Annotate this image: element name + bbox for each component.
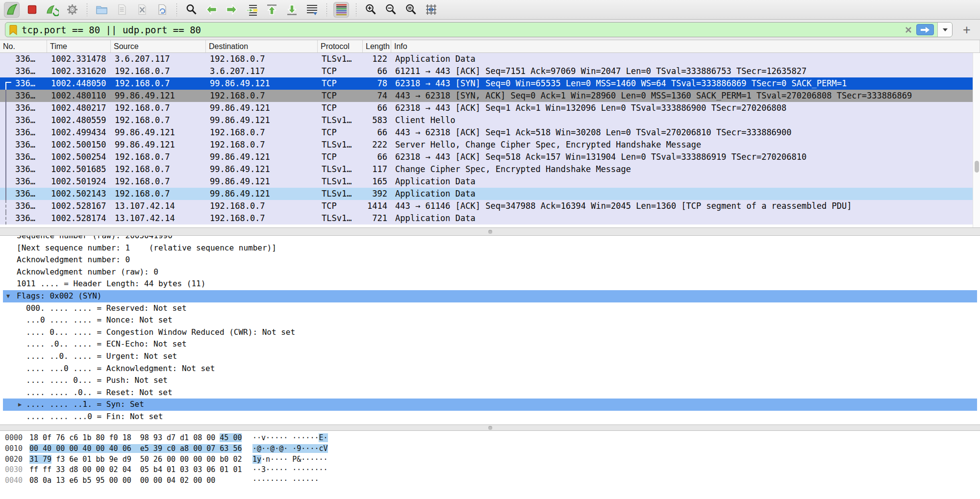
cell-info: 61211 → 443 [ACK] Seq=7151 Ack=97069 Win… xyxy=(391,65,980,77)
detail-line[interactable]: .... .... .0.. = Reset: Not set xyxy=(3,387,977,399)
hex-offset: 0010 xyxy=(5,444,29,454)
column-header-source[interactable]: Source xyxy=(111,40,206,52)
last-packet-button[interactable] xyxy=(284,2,300,18)
detail-line[interactable]: ▶.... .... ..1. = Syn: Set xyxy=(3,399,977,411)
hex-row[interactable]: 002031 79 f3 6e 01 bb 9e d9 50 26 00 00 … xyxy=(5,454,980,465)
zoom-in-button[interactable] xyxy=(363,2,378,18)
detail-line[interactable]: .... ...0 .... = Acknowledgment: Not set xyxy=(3,363,977,375)
cell-info: 443 → 61146 [ACK] Seq=347988 Ack=16394 W… xyxy=(391,200,980,212)
zoom-out-button[interactable] xyxy=(383,2,399,18)
expander-closed-icon[interactable]: ▶ xyxy=(18,399,22,411)
packet-row[interactable]: 336…1002.3314783.6.207.117192.168.0.7TLS… xyxy=(0,53,980,65)
packet-row[interactable]: 336…1002.49943499.86.49.121192.168.0.7TC… xyxy=(0,126,980,139)
ascii-plain: ··v····· ······ xyxy=(252,433,319,442)
detail-text: ...0 .... .... = Nonce: Not set xyxy=(26,315,173,324)
go-to-packet-button[interactable] xyxy=(244,2,259,18)
pane-splitter-bottom[interactable] xyxy=(0,424,980,431)
resize-columns-button[interactable] xyxy=(423,2,439,18)
previous-packet-button[interactable] xyxy=(203,2,219,18)
filter-expression-text[interactable]: tcp.port == 80 || udp.port == 80 xyxy=(22,25,905,35)
open-file-button[interactable] xyxy=(94,2,109,18)
filter-dropdown-button[interactable] xyxy=(937,23,952,37)
column-header-time[interactable]: Time xyxy=(47,40,111,52)
detail-line[interactable]: .... .0.. .... = ECN-Echo: Not set xyxy=(3,338,977,350)
cell-info: Application Data xyxy=(391,188,980,200)
packet-row[interactable]: 336…1002.502143192.168.0.799.86.49.121TL… xyxy=(0,188,980,200)
hex-plain: 08 0a 13 e6 b5 95 00 00 00 00 04 02 00 0… xyxy=(29,476,215,485)
zoom-in-icon xyxy=(364,3,377,16)
detail-line[interactable]: 000. .... .... = Reserved: Not set xyxy=(3,302,977,315)
detail-text: .... .... .0.. = Reset: Not set xyxy=(26,388,173,397)
detail-line[interactable]: [Next sequence number: 1 (relative seque… xyxy=(3,242,977,254)
detail-line[interactable]: .... ..0. .... = Urgent: Not set xyxy=(3,350,977,363)
restart-capture-button[interactable] xyxy=(44,2,60,18)
pane-splitter-top[interactable] xyxy=(0,227,980,236)
detail-text: .... 0... .... = Congestion Window Reduc… xyxy=(26,327,295,337)
hex-row[interactable]: 0030ff ff 33 d8 00 00 02 04 05 b4 01 03 … xyxy=(5,465,980,475)
packet-row[interactable]: 336…1002.331620192.168.0.73.6.207.117TCP… xyxy=(0,65,980,77)
packet-row[interactable]: 336…1002.500254192.168.0.799.86.49.121TC… xyxy=(0,151,980,163)
find-packet-button[interactable] xyxy=(183,2,199,18)
colorize-lines-icon xyxy=(335,3,348,16)
column-header-info[interactable]: Info xyxy=(391,40,980,52)
reload-file-button[interactable] xyxy=(154,2,170,18)
packet-row[interactable]: 336…1002.52816713.107.42.14192.168.0.7TC… xyxy=(0,200,980,212)
detail-line[interactable]: Acknowledgment number (raw): 0 xyxy=(3,266,977,278)
column-header-destination[interactable]: Destination xyxy=(206,40,318,52)
detail-line[interactable]: Sequence number (raw): 2005041990 xyxy=(3,236,977,242)
packet-row[interactable]: 336…1002.480217192.168.0.799.86.49.121TC… xyxy=(0,102,980,114)
colorize-button[interactable] xyxy=(333,2,349,18)
detail-line[interactable]: .... .... ...0 = Fin: Not set xyxy=(3,411,977,423)
scrollbar-thumb[interactable] xyxy=(975,161,979,173)
cell-time: 1002.331478 xyxy=(47,53,111,65)
auto-scroll-button[interactable] xyxy=(304,2,320,18)
toolbar-separator xyxy=(86,3,87,16)
column-header-length[interactable]: Length xyxy=(363,40,391,52)
detail-line[interactable]: ▼Flags: 0x002 (SYN) xyxy=(3,290,977,302)
arrow-left-icon xyxy=(205,3,218,16)
cell-time: 1002.501685 xyxy=(47,163,111,175)
column-header-no[interactable]: No. xyxy=(0,40,47,52)
column-label: Info xyxy=(394,42,407,51)
packet-row[interactable]: 336…1002.50015099.86.49.121192.168.0.7TL… xyxy=(0,139,980,151)
next-packet-button[interactable] xyxy=(224,2,239,18)
stop-capture-button[interactable] xyxy=(24,2,40,18)
cell-destination: 192.168.0.7 xyxy=(206,200,318,212)
detail-line[interactable]: .... 0... .... = Congestion Window Reduc… xyxy=(3,326,977,339)
capture-options-button[interactable] xyxy=(64,2,80,18)
detail-line[interactable]: Acknowledgment number: 0 xyxy=(3,254,977,266)
add-filter-button[interactable]: + xyxy=(958,22,975,38)
cell-destination: 3.6.207.117 xyxy=(206,65,318,77)
hex-row[interactable]: 001000 40 00 00 40 00 40 06 e5 39 c0 a8 … xyxy=(5,444,980,454)
detail-line[interactable]: ...0 .... .... = Nonce: Not set xyxy=(3,314,977,326)
packet-row[interactable]: 336…1002.48011099.86.49.121192.168.0.7TC… xyxy=(0,90,980,102)
cell-source: 192.168.0.7 xyxy=(111,102,206,114)
clear-filter-button[interactable] xyxy=(905,26,912,34)
display-filter-input[interactable]: tcp.port == 80 || udp.port == 80 xyxy=(5,22,953,37)
packet-list-scrollbar[interactable] xyxy=(973,53,980,227)
packet-row[interactable]: 336…1002.501924192.168.0.799.86.49.121TL… xyxy=(0,175,980,188)
cell-source: 192.168.0.7 xyxy=(111,65,206,77)
column-label: No. xyxy=(3,42,15,51)
column-label: Length xyxy=(366,42,390,51)
packet-row[interactable]: 336…1002.448050192.168.0.799.86.49.121TC… xyxy=(0,77,980,90)
expander-open-icon[interactable]: ▼ xyxy=(6,290,10,302)
first-packet-button[interactable] xyxy=(264,2,279,18)
start-capture-button[interactable] xyxy=(4,2,20,18)
packet-row[interactable]: 336…1002.480559192.168.0.799.86.49.121TL… xyxy=(0,114,980,126)
detail-line[interactable]: 1011 .... = Header Length: 44 bytes (11) xyxy=(3,278,977,290)
column-header-protocol[interactable]: Protocol xyxy=(318,40,363,52)
cell-source: 13.107.42.14 xyxy=(111,212,206,225)
close-file-button[interactable] xyxy=(134,2,150,18)
bookmark-icon[interactable] xyxy=(9,25,17,35)
hex-row[interactable]: 000018 0f 76 c6 1b 80 f0 18 98 93 d7 d1 … xyxy=(5,433,980,444)
apply-filter-button[interactable] xyxy=(916,24,934,35)
zoom-reset-button[interactable] xyxy=(403,2,419,18)
save-file-button[interactable] xyxy=(114,2,129,18)
packet-row[interactable]: 336…1002.501685192.168.0.799.86.49.121TL… xyxy=(0,163,980,175)
hex-ascii: ··3····· ········ xyxy=(252,465,328,474)
packet-row[interactable]: 336…1002.52817413.107.42.14192.168.0.7TL… xyxy=(0,212,980,225)
hex-row[interactable]: 004008 0a 13 e6 b5 95 00 00 00 00 04 02 … xyxy=(5,475,980,486)
detail-line[interactable]: .... .... 0... = Push: Not set xyxy=(3,374,977,387)
cell-no: 336… xyxy=(0,90,47,102)
